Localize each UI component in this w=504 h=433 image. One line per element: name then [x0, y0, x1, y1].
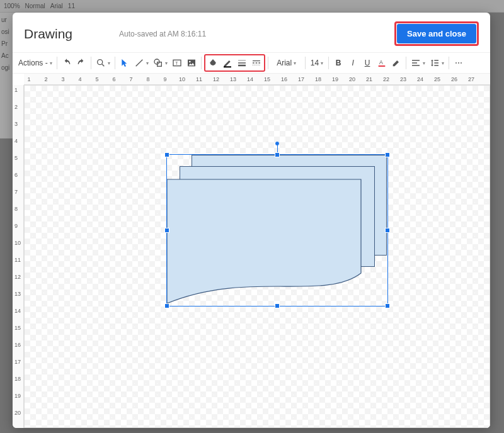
drawing-canvas[interactable]	[24, 85, 490, 428]
border-weight-button[interactable]	[235, 55, 249, 70]
textbox-tool[interactable]: T	[170, 55, 184, 70]
image-tool[interactable]	[185, 55, 198, 70]
highlight-color-button[interactable]	[389, 55, 403, 70]
resize-handle-w[interactable]	[164, 228, 169, 233]
align-button[interactable]	[409, 55, 427, 70]
actions-menu[interactable]: Actions -	[16, 55, 54, 70]
save-button-highlight: Save and close	[394, 21, 479, 46]
selection-box[interactable]	[166, 154, 388, 306]
font-size-select[interactable]: 14	[308, 55, 326, 70]
svg-rect-17	[379, 65, 386, 67]
undo-button[interactable]	[60, 55, 74, 70]
resize-handle-sw[interactable]	[164, 303, 169, 308]
svg-point-8	[189, 61, 191, 63]
underline-button[interactable]: U	[360, 55, 374, 70]
line-spacing-button[interactable]	[428, 55, 446, 70]
bold-button[interactable]: B	[331, 55, 345, 70]
zoom-button[interactable]	[94, 55, 112, 70]
resize-handle-nw[interactable]	[164, 152, 169, 157]
line-tool[interactable]	[132, 55, 151, 70]
svg-point-0	[97, 60, 102, 65]
more-button[interactable]: ⋯	[452, 55, 466, 70]
border-dash-button[interactable]	[249, 55, 263, 70]
font-select[interactable]: Arial	[271, 55, 302, 70]
drawing-toolbar: Actions - T Arial 14 B I U A ⋯	[13, 52, 490, 74]
redo-button[interactable]	[74, 55, 88, 70]
fill-color-button[interactable]	[206, 55, 220, 70]
resize-handle-s[interactable]	[275, 303, 280, 308]
select-tool[interactable]	[118, 55, 132, 70]
text-color-button[interactable]: A	[375, 55, 389, 70]
svg-text:A: A	[379, 59, 383, 65]
drawing-modal: Drawing Auto-saved at AM 8:16:11 Save an…	[13, 13, 490, 428]
horizontal-ruler: 1234567891011121314151617181920212223242…	[24, 74, 490, 85]
style-group-highlight	[204, 54, 265, 72]
save-and-close-button[interactable]: Save and close	[397, 24, 476, 43]
vertical-ruler: 1234567891011121314151617181920	[13, 85, 24, 428]
svg-rect-9	[224, 66, 231, 67]
autosave-status: Auto-saved at AM 8:16:11	[119, 30, 206, 38]
border-color-button[interactable]	[220, 55, 234, 70]
resize-handle-n[interactable]	[275, 152, 280, 157]
svg-line-1	[102, 64, 104, 66]
italic-button[interactable]: I	[346, 55, 360, 70]
resize-handle-ne[interactable]	[385, 152, 390, 157]
resize-handle-e[interactable]	[385, 228, 390, 233]
modal-header: Drawing Auto-saved at AM 8:16:11 Save an…	[13, 13, 490, 52]
modal-title: Drawing	[24, 26, 72, 42]
svg-line-2	[135, 60, 142, 67]
svg-text:T: T	[175, 61, 178, 65]
shape-tool[interactable]	[151, 55, 169, 70]
resize-handle-se[interactable]	[385, 303, 390, 308]
